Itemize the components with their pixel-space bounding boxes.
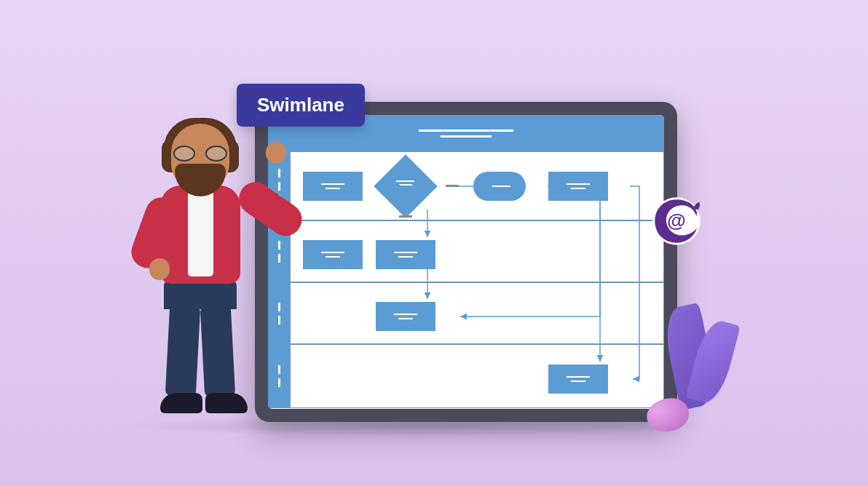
swimlane-lanes-container (268, 151, 664, 409)
character-pants (164, 280, 237, 309)
flowchart-process-node (303, 240, 363, 269)
character-leg (200, 305, 235, 397)
glasses-icon (173, 146, 227, 162)
tablet-screen (268, 115, 664, 409)
presenter-character (124, 124, 277, 429)
svg-text:@: @ (667, 210, 686, 231)
character-hand (266, 142, 286, 164)
tablet-device (255, 102, 677, 422)
flowchart-process-node (376, 302, 435, 331)
blazor-logo-icon: @ (648, 193, 705, 250)
character-shoe (160, 393, 202, 413)
character-hand (149, 258, 170, 280)
lane-3 (290, 282, 664, 344)
flowchart-process-node (303, 172, 363, 201)
character-leg (165, 305, 200, 397)
flowchart-terminator-node (473, 172, 526, 201)
decision-text (396, 180, 414, 186)
connector-label (446, 185, 459, 187)
flowchart-process-node (376, 240, 435, 269)
title-badge: Swimlane (237, 84, 365, 127)
flowchart-process-node (548, 172, 608, 201)
connector-label (399, 215, 412, 218)
flowchart-process-node (548, 364, 608, 394)
character-shoe (205, 393, 248, 413)
